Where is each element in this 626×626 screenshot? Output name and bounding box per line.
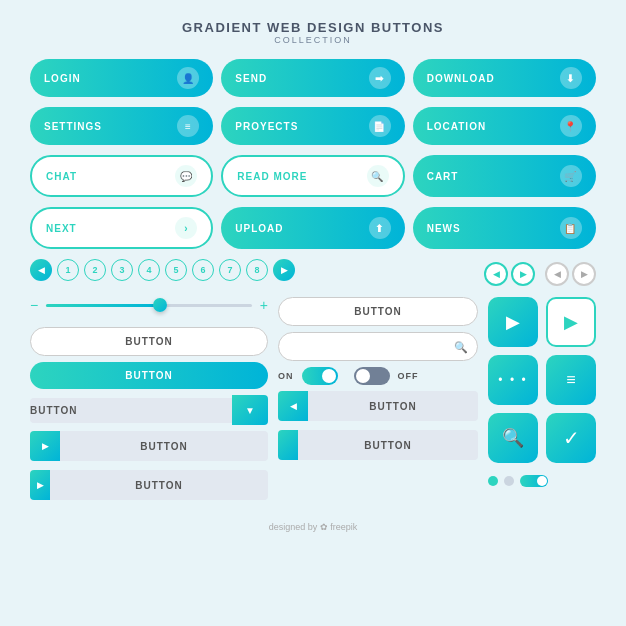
mid-section: − + BUTTON BUTTON BUTTON ▼ ▶ BUTTON ▶ BU… <box>30 297 596 504</box>
upload-button[interactable]: UPLOAD ⬆ <box>221 207 404 249</box>
readmore-button[interactable]: READ MORE 🔍 <box>221 155 404 197</box>
cart-button[interactable]: CART 🛒 <box>413 155 596 197</box>
check-icon-button[interactable]: ✓ <box>546 413 596 463</box>
next-icon: › <box>175 217 197 239</box>
slider-plus[interactable]: + <box>260 297 268 313</box>
toggle-left-label[interactable]: BUTTON <box>30 398 232 423</box>
play-outline-icon-button[interactable]: ▶ <box>546 297 596 347</box>
menu-icon-button[interactable]: ≡ <box>546 355 596 405</box>
slider-track[interactable] <box>46 304 252 307</box>
search-icon: 🔍 <box>454 340 468 353</box>
nav-arrows: ◀ ▶ ◀ ▶ <box>484 262 596 286</box>
indicator-dot-1[interactable] <box>488 476 498 486</box>
on-toggle-switch[interactable] <box>302 367 338 385</box>
search-icon-button[interactable]: 🔍 <box>488 413 538 463</box>
chat-button[interactable]: CHAT 💬 <box>30 155 213 197</box>
split-btn-2: ▶ BUTTON <box>30 470 268 500</box>
buttons-row1: LOGIN 👤 SEND ➡ DOWNLOAD ⬇ <box>30 59 596 97</box>
split-btn-right: ◀ BUTTON BUTTON <box>278 391 478 464</box>
settings-button[interactable]: SETTINGS ≡ <box>30 107 213 145</box>
outline-button-r[interactable]: BUTTON <box>278 297 478 326</box>
cart-icon: 🛒 <box>560 165 582 187</box>
slider-fill <box>46 304 159 307</box>
download-button[interactable]: DOWNLOAD ⬇ <box>413 59 596 97</box>
pagination-next[interactable]: ▶ <box>273 259 295 281</box>
send-icon: ➡ <box>369 67 391 89</box>
page-8[interactable]: 8 <box>246 259 268 281</box>
page-4[interactable]: 4 <box>138 259 160 281</box>
send-button[interactable]: SEND ➡ <box>221 59 404 97</box>
off-label: OFF <box>398 371 419 381</box>
page-2[interactable]: 2 <box>84 259 106 281</box>
user-icon: 👤 <box>177 67 199 89</box>
projects-icon: 📄 <box>369 115 391 137</box>
news-icon: 📋 <box>560 217 582 239</box>
split-left-1[interactable]: ▶ <box>30 431 60 461</box>
nav-right-btn[interactable]: ▶ <box>511 262 535 286</box>
nav-left-outline-btn[interactable]: ◀ <box>545 262 569 286</box>
login-button[interactable]: LOGIN 👤 <box>30 59 213 97</box>
footer: designed by ✿ freepik <box>269 522 358 532</box>
split-right-3[interactable]: BUTTON <box>308 391 478 421</box>
upload-icon: ⬆ <box>369 217 391 239</box>
off-toggle-switch[interactable] <box>354 367 390 385</box>
indicator-toggle[interactable] <box>520 475 548 487</box>
mid-left-col: − + BUTTON BUTTON BUTTON ▼ ▶ BUTTON ▶ BU… <box>30 297 268 504</box>
page-6[interactable]: 6 <box>192 259 214 281</box>
location-button[interactable]: LOCATION 📍 <box>413 107 596 145</box>
nav-right-outline-btn[interactable]: ▶ <box>572 262 596 286</box>
split-btn-3: ◀ BUTTON <box>278 391 478 421</box>
dots-icon-button[interactable]: • • • <box>488 355 538 405</box>
toggle-button-row: BUTTON ▼ <box>30 395 268 425</box>
slider-minus[interactable]: − <box>30 297 38 313</box>
download-icon: ⬇ <box>560 67 582 89</box>
location-icon: 📍 <box>560 115 582 137</box>
split-left-2[interactable]: ▶ <box>30 470 50 500</box>
toggle-dropdown-icon[interactable]: ▼ <box>232 395 268 425</box>
buttons-row4: NEXT › UPLOAD ⬆ NEWS 📋 <box>30 207 596 249</box>
split-btn-4: BUTTON <box>278 430 478 460</box>
pagination: ◀ 1 2 3 4 5 6 7 8 ▶ <box>30 259 341 281</box>
projects-button[interactable]: PROYECTS 📄 <box>221 107 404 145</box>
slider-row: − + <box>30 297 268 313</box>
nav-arrow-pair-1: ◀ ▶ <box>484 262 535 286</box>
page-1[interactable]: 1 <box>57 259 79 281</box>
outline-button[interactable]: BUTTON <box>30 327 268 356</box>
split-right-1[interactable]: BUTTON <box>60 431 268 461</box>
split-left-3[interactable]: ◀ <box>278 391 308 421</box>
nav-arrow-pair-2: ◀ ▶ <box>545 262 596 286</box>
slider-thumb[interactable] <box>153 298 167 312</box>
buttons-row2: SETTINGS ≡ PROYECTS 📄 LOCATION 📍 <box>30 107 596 145</box>
news-button[interactable]: NEWS 📋 <box>413 207 596 249</box>
on-label: ON <box>278 371 294 381</box>
pagination-row: ◀ 1 2 3 4 5 6 7 8 ▶ ◀ ▶ ◀ ▶ <box>30 259 596 289</box>
settings-icon: ≡ <box>177 115 199 137</box>
play-icon-button[interactable]: ▶ <box>488 297 538 347</box>
solid-gradient-button[interactable]: BUTTON <box>30 362 268 389</box>
toggle-section: ON OFF <box>278 367 478 385</box>
footer-brand: freepik <box>330 522 357 532</box>
search-wrapper: 🔍 <box>278 332 478 361</box>
icon-btn-row2: • • • ≡ <box>488 355 596 405</box>
next-button[interactable]: NEXT › <box>30 207 213 249</box>
split-btn-1: ▶ BUTTON <box>30 431 268 461</box>
page-3[interactable]: 3 <box>111 259 133 281</box>
mid-right-col: BUTTON 🔍 ON OFF ◀ BUTTON BUTTON <box>278 297 478 464</box>
icon-btn-row3: 🔍 ✓ <box>488 413 596 463</box>
indicators <box>488 475 596 487</box>
indicator-dot-2[interactable] <box>504 476 514 486</box>
split-right-4[interactable]: BUTTON <box>298 430 478 460</box>
split-left-4[interactable] <box>278 430 298 460</box>
footer-text: designed by <box>269 522 318 532</box>
search-input[interactable] <box>278 332 478 361</box>
page-title: GRADIENT WEB DESIGN BUTTONS <box>182 20 444 35</box>
readmore-icon: 🔍 <box>367 165 389 187</box>
split-btn-left: ▶ BUTTON ▶ BUTTON <box>30 431 268 504</box>
icon-buttons-panel: ▶ ▶ • • • ≡ 🔍 ✓ <box>488 297 596 487</box>
page-header: GRADIENT WEB DESIGN BUTTONS COLLECTION <box>182 20 444 45</box>
pagination-prev[interactable]: ◀ <box>30 259 52 281</box>
nav-left-btn[interactable]: ◀ <box>484 262 508 286</box>
page-7[interactable]: 7 <box>219 259 241 281</box>
page-5[interactable]: 5 <box>165 259 187 281</box>
split-right-2[interactable]: BUTTON <box>50 470 268 500</box>
